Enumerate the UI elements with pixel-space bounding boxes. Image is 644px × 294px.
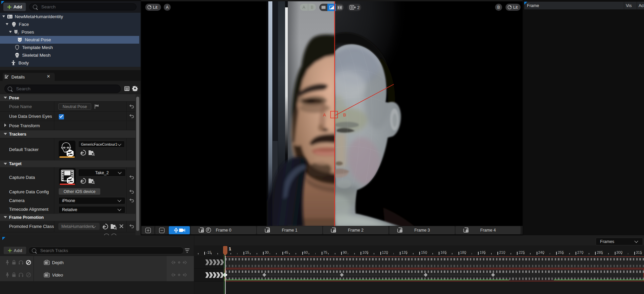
svg-text:g: g [17, 31, 19, 35]
